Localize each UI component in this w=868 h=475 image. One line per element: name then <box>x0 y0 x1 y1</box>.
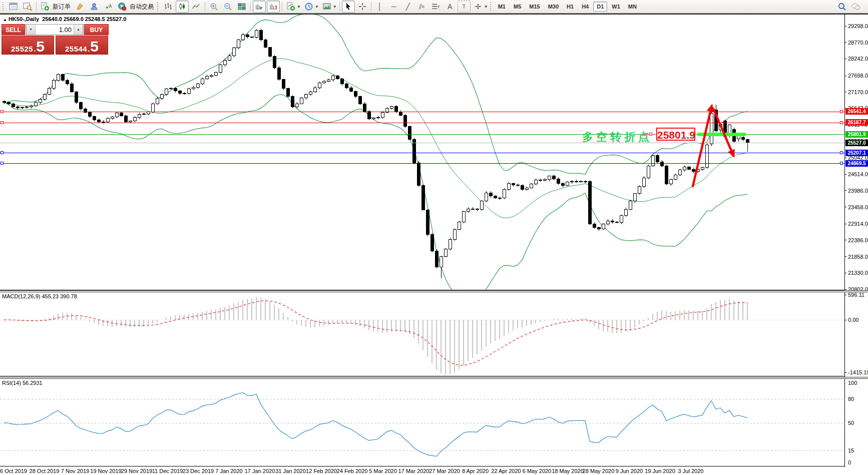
new-order-label[interactable]: 新订单 <box>53 3 71 11</box>
date-tick-label: 9 Jun 2020 <box>616 468 643 474</box>
candlestick-type-icon[interactable] <box>176 1 189 13</box>
zoom-in-icon[interactable] <box>207 1 220 13</box>
svg-text:24514.0: 24514.0 <box>848 171 868 177</box>
svg-text:27698.0: 27698.0 <box>848 73 868 79</box>
svg-text:20802.0: 20802.0 <box>848 286 868 290</box>
chat-icon[interactable] <box>849 1 862 13</box>
new-order-icon[interactable] <box>39 1 52 13</box>
crosshair-icon[interactable] <box>356 1 369 13</box>
date-tick-label: 28 Oct 2019 <box>30 468 60 474</box>
volume-stepper: ▼ ▲ <box>26 24 84 35</box>
tf-m1[interactable]: M1 <box>495 2 509 12</box>
bar-chart-type-icon[interactable] <box>162 1 175 13</box>
svg-text:28770.0: 28770.0 <box>848 40 868 46</box>
tf-w1[interactable]: W1 <box>608 2 624 12</box>
hline-price-flag: 26541.4 <box>845 108 868 115</box>
sell-button[interactable]: SELL <box>2 24 25 35</box>
date-tick-label: 7 Nov 2019 <box>61 468 89 474</box>
fibonacci-tool-icon[interactable]: ☰F <box>429 1 443 13</box>
macd-panel[interactable]: 596.110.00-1415.19 MACD(12,26,9) 455.23 … <box>0 292 868 377</box>
cursor-icon[interactable] <box>342 1 355 13</box>
hline-price-flag: 25207.1 <box>845 150 868 156</box>
chart-ohlc-values: 25640.0 25669.0 25248.5 25527.0 <box>42 16 126 22</box>
search-icon[interactable] <box>835 1 848 13</box>
add-indicator-icon[interactable] <box>284 1 297 13</box>
date-tick-label: 6 Oct 2019 <box>0 468 27 474</box>
tf-mn[interactable]: MN <box>625 2 640 12</box>
toolbar-grip[interactable] <box>490 2 493 11</box>
tf-h4[interactable]: H4 <box>578 2 592 12</box>
date-tick-label: 28 May 2020 <box>583 468 615 474</box>
date-tick-label: 12 Feb 2020 <box>306 468 337 474</box>
turning-point-annotation[interactable]: 多空转折点 <box>582 130 652 145</box>
mt4-terminal-window: 新订单 自动交易 <box>0 0 868 475</box>
buy-price-display[interactable]: 25544.5 <box>56 36 108 55</box>
shapes-tool-icon[interactable]: ✢ <box>472 1 485 13</box>
date-tick-label: 18 May 2020 <box>552 468 584 474</box>
date-tick-label: 19 Jun 2020 <box>645 468 675 474</box>
tf-h1[interactable]: H1 <box>563 2 577 12</box>
volume-increase-button[interactable]: ▲ <box>74 25 83 35</box>
toolbar-grip[interactable] <box>3 2 6 11</box>
svg-text:23986.0: 23986.0 <box>848 188 868 194</box>
macd-label: MACD(12,26,9) 455.23 390.78 <box>2 293 77 299</box>
price-chart-panel[interactable]: 29298.028770.028242.027698.027170.026642… <box>0 14 868 290</box>
svg-text:100: 100 <box>848 380 857 386</box>
chart-shift-icon[interactable] <box>267 1 280 13</box>
auto-scroll-icon[interactable] <box>253 1 266 13</box>
price-callout-box[interactable]: 25801.9 <box>656 128 695 141</box>
text-label-tool-icon[interactable]: T <box>458 1 471 13</box>
autotrade-label[interactable]: 自动交易 <box>130 3 154 11</box>
date-tick-label: 29 Nov 2019 <box>121 468 152 474</box>
svg-text:-1415.19: -1415.19 <box>848 369 868 375</box>
tf-m15[interactable]: M15 <box>526 2 543 12</box>
date-axis[interactable]: 6 Oct 201928 Oct 20197 Nov 201919 Nov 20… <box>0 467 868 475</box>
trendline-tool-icon[interactable]: ╱ <box>401 1 414 13</box>
volume-input[interactable] <box>36 25 74 35</box>
tf-d1[interactable]: D1 <box>593 2 607 12</box>
toolbar: 新订单 自动交易 <box>0 0 868 14</box>
collapse-arrow-icon[interactable]: ▲ <box>3 18 7 22</box>
autotrade-icon[interactable] <box>116 1 129 13</box>
volume-decrease-button[interactable]: ▼ <box>26 25 36 35</box>
template-caret-icon[interactable]: ▼ <box>333 5 337 9</box>
svg-text:21858.0: 21858.0 <box>848 254 868 260</box>
shapes-caret-icon[interactable]: ▼ <box>484 5 488 9</box>
tile-windows-icon[interactable] <box>235 1 248 13</box>
date-tick-label: 6 May 2020 <box>523 468 551 474</box>
rsi-panel[interactable]: 1008050150 RSI(14) 56.2931 <box>0 379 868 467</box>
date-tick-label: 3 Jul 2020 <box>678 468 704 474</box>
line-chart-type-icon[interactable] <box>190 1 203 13</box>
add-indicator-caret-icon[interactable]: ▼ <box>297 5 301 9</box>
sell-price-display[interactable]: 25525.5 <box>2 36 54 55</box>
svg-text:80: 80 <box>848 396 854 402</box>
date-tick-label: 27 Mar 2020 <box>429 468 460 474</box>
template-icon[interactable] <box>320 1 333 13</box>
buy-button[interactable]: BUY <box>84 24 109 35</box>
market-watch-icon[interactable] <box>21 1 34 13</box>
svg-text:22386.0: 22386.0 <box>848 237 868 243</box>
rsi-label: RSI(14) 56.2931 <box>2 380 43 386</box>
vertical-line-tool-icon[interactable]: │ <box>373 1 386 13</box>
styler-icon[interactable] <box>74 1 87 13</box>
signal-icon[interactable] <box>102 1 115 13</box>
toolbar-grip[interactable] <box>157 2 160 11</box>
expert-profile-icon[interactable] <box>88 1 101 13</box>
zoom-out-icon[interactable] <box>221 1 234 13</box>
date-tick-label: 31 Jan 2020 <box>275 468 306 474</box>
periods-icon[interactable] <box>302 1 315 13</box>
date-tick-label: 8 Apr 2020 <box>462 468 489 474</box>
svg-text:27170.0: 27170.0 <box>848 89 868 95</box>
periods-caret-icon[interactable]: ▼ <box>315 5 319 9</box>
text-tool-icon[interactable]: A <box>444 1 457 13</box>
svg-text:28242.0: 28242.0 <box>848 56 868 62</box>
chart-list-icon[interactable] <box>7 1 20 13</box>
svg-text:596.11: 596.11 <box>848 292 864 298</box>
horizontal-line-tool-icon[interactable]: ─ <box>387 1 400 13</box>
date-tick-label: 17 Mar 2020 <box>398 468 429 474</box>
hline-price-flag: 25801.9 <box>845 131 868 138</box>
candlestick-chart[interactable]: 29298.028770.028242.027698.027170.026642… <box>0 15 868 290</box>
channel-tool-icon[interactable]: ⫽E <box>415 1 428 13</box>
tf-m5[interactable]: M5 <box>510 2 525 12</box>
tf-m30[interactable]: M30 <box>545 2 562 12</box>
